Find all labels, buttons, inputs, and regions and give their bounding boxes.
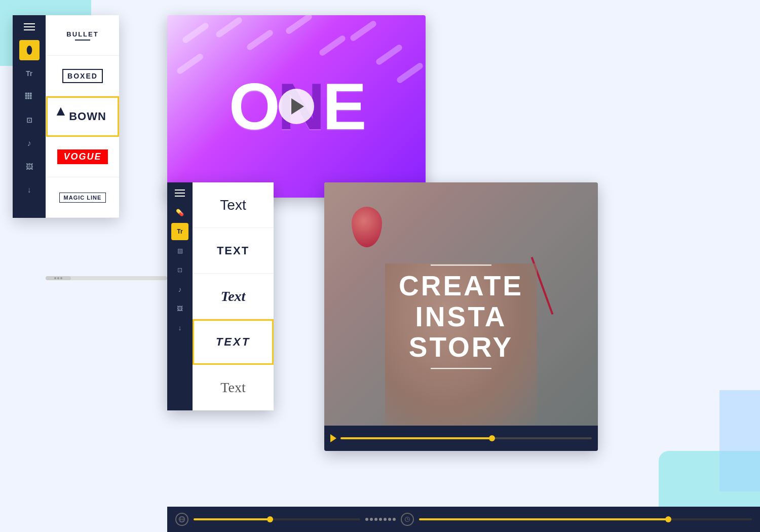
- insta-line-top: [431, 264, 491, 265]
- music-icon-front[interactable]: ♪: [171, 281, 188, 298]
- text-style-serif[interactable]: Text: [193, 274, 274, 319]
- serif-text-label: Text: [221, 288, 246, 305]
- play-button-front[interactable]: [330, 434, 336, 442]
- progress-fill: [340, 437, 491, 439]
- insta-line-bottom: [431, 368, 491, 369]
- pattern-icon[interactable]: [19, 87, 40, 107]
- stencil-text-label: TEXT: [216, 335, 250, 349]
- progress-bar[interactable]: [340, 437, 592, 439]
- magic-label: MAGIC LINE: [59, 193, 106, 203]
- add-image-icon[interactable]: 🖼: [19, 157, 40, 177]
- video-insta: CREATE INSTA STORY: [324, 182, 598, 451]
- insta-line-2: INSTA: [399, 301, 523, 332]
- bold-text-label: TEXT: [217, 244, 249, 257]
- progress-thumb[interactable]: [489, 435, 495, 441]
- timeline-fill-1: [194, 518, 269, 520]
- text-style-bold[interactable]: TEXT: [193, 228, 274, 274]
- capsule-icon[interactable]: [19, 40, 40, 60]
- front-panel: 💊 Tr ▨ ⊡ ♪ 🖼 ↓ Text TEXT Text TEXT Text: [167, 182, 274, 410]
- boxed-label: BOXED: [62, 69, 103, 83]
- cursor-icon: ▲: [54, 103, 68, 119]
- video-bottom-bar: [324, 426, 598, 451]
- vogue-label: VOGUE: [57, 149, 107, 164]
- text-style-boxed[interactable]: BOXED: [46, 56, 119, 96]
- image-icon-front[interactable]: 🖼: [171, 300, 188, 317]
- plain-text-label: Text: [220, 197, 246, 213]
- text-style-panel-front: Text TEXT Text TEXT Text: [193, 182, 274, 410]
- bullet-decoration: [75, 40, 90, 41]
- pattern-icon-front[interactable]: ▨: [171, 242, 188, 259]
- music-icon[interactable]: ♪: [19, 133, 40, 154]
- menu-button-front[interactable]: [171, 186, 188, 200]
- timeline-track-2[interactable]: [419, 518, 752, 520]
- back-sidebar: Tr ⊡ ♪ 🖼 ↓: [13, 15, 46, 218]
- clock-icon[interactable]: [401, 513, 414, 526]
- play-triangle-icon: [291, 98, 304, 115]
- text-icon-front[interactable]: Tr: [171, 223, 188, 240]
- play-button-back[interactable]: [279, 89, 314, 124]
- text-style-vogue[interactable]: VOGUE: [46, 137, 119, 177]
- video-preview-back: ONE: [167, 15, 426, 198]
- text-style-magic[interactable]: MAGIC LINE: [46, 177, 119, 218]
- menu-button[interactable]: [19, 19, 40, 34]
- bg-decoration-right: [719, 390, 760, 491]
- resize-icon-front[interactable]: ⊡: [171, 261, 188, 279]
- text-style-plain[interactable]: Text: [193, 182, 274, 228]
- scrollbar-back[interactable]: [46, 276, 167, 280]
- timeline-track-1[interactable]: [194, 518, 360, 520]
- text-style-stencil[interactable]: TEXT: [193, 319, 274, 365]
- capsule-icon-front[interactable]: 💊: [171, 204, 188, 221]
- bullet-label: BULLET: [66, 30, 98, 38]
- timeline-dots: [365, 518, 396, 521]
- text-style-script[interactable]: Text: [193, 365, 274, 410]
- script-text-label: Text: [220, 379, 245, 396]
- timeline-thumb-2[interactable]: [665, 516, 671, 522]
- front-sidebar: 💊 Tr ▨ ⊡ ♪ 🖼 ↓: [167, 182, 193, 410]
- insta-line-3: STORY: [399, 332, 523, 363]
- text-format-icon[interactable]: Tr: [19, 63, 40, 84]
- timeline-thumb-1[interactable]: [267, 516, 273, 522]
- globe-icon[interactable]: [175, 513, 188, 526]
- insta-text-overlay: CREATE INSTA STORY: [399, 259, 523, 374]
- full-bottom-bar: [167, 507, 760, 532]
- text-style-bullet[interactable]: BULLET: [46, 15, 119, 56]
- text-style-down[interactable]: ▲ BOWN: [46, 96, 119, 137]
- timeline-fill-2: [419, 518, 669, 520]
- download-icon[interactable]: ↓: [19, 180, 40, 200]
- insta-line-1: CREATE: [399, 271, 523, 301]
- download-icon-front[interactable]: ↓: [171, 319, 188, 336]
- back-panel: Tr ⊡ ♪ 🖼 ↓ BULLET BOXED ▲ BOWN: [13, 15, 119, 218]
- text-style-panel-back: BULLET BOXED ▲ BOWN VOGUE MAGIC LINE: [46, 15, 119, 218]
- resize-icon[interactable]: ⊡: [19, 110, 40, 130]
